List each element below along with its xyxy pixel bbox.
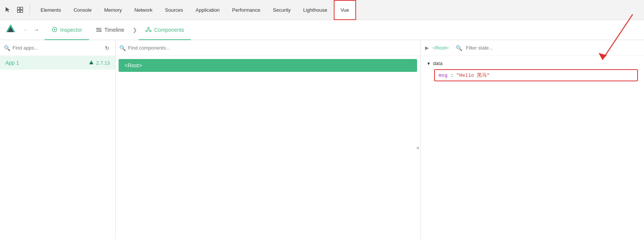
tab-lighthouse[interactable]: Lighthouse (297, 0, 334, 20)
state-content: ▼ data msg : "Hello 黑马" (420, 56, 644, 86)
svg-rect-13 (100, 31, 101, 32)
svg-point-7 (54, 29, 55, 30)
data-section: ▼ data msg : "Hello 黑马" (427, 61, 638, 81)
vue-mini-logo (88, 60, 94, 66)
tab-performance[interactable]: Performance (226, 0, 267, 20)
component-search-input[interactable] (128, 45, 416, 51)
app-list-item[interactable]: App 1 2.7.13 (0, 56, 115, 70)
devtools-icons (3, 5, 30, 15)
data-key-label: msg (439, 73, 447, 78)
forward-button[interactable]: → (31, 25, 42, 35)
layers-icon[interactable] (15, 5, 25, 15)
subtab-timeline-label: Timeline (105, 27, 124, 33)
vue-logo-icon (4, 23, 17, 37)
svg-rect-11 (97, 28, 98, 29)
data-value-label: "Hello 黑马" (456, 73, 489, 78)
state-root-label: <Root> (433, 45, 449, 51)
svg-rect-3 (20, 10, 23, 12)
state-header: ▶ <Root> 🔍 (420, 40, 644, 56)
svg-rect-2 (17, 10, 20, 12)
subtab-timeline[interactable]: Timeline (89, 20, 131, 40)
tab-sources[interactable]: Sources (159, 0, 190, 20)
app-version: 2.7.13 (88, 60, 110, 66)
forward-icon: → (33, 26, 39, 33)
inspector-icon (52, 26, 58, 34)
app-search-input[interactable] (13, 45, 101, 51)
timeline-icon (96, 26, 102, 34)
svg-point-16 (150, 30, 151, 32)
tab-network[interactable]: Network (128, 0, 159, 20)
refresh-button[interactable]: ↻ (103, 44, 111, 52)
panel-collapse-handle[interactable]: ◀ (415, 140, 420, 155)
svg-rect-12 (99, 29, 100, 31)
data-colon: : (450, 73, 453, 78)
subtab-components[interactable]: Components (139, 20, 191, 40)
state-panel: ▶ <Root> 🔍 ▼ data msg : "Hello 黑马" (420, 40, 644, 239)
app-panel: 🔍 ↻ App 1 2.7.13 (0, 40, 116, 239)
tab-memory[interactable]: Memory (98, 0, 128, 20)
svg-point-14 (148, 27, 149, 29)
collapse-arrow-icon: ◀ (416, 146, 419, 150)
cursor-icon[interactable] (3, 5, 13, 15)
app-search-bar: 🔍 ↻ (0, 40, 115, 56)
svg-rect-0 (17, 7, 20, 9)
root-component-label: <Root> (125, 62, 142, 68)
data-msg-row[interactable]: msg : "Hello 黑马" (434, 69, 638, 81)
components-panel: 🔍 <Root> ◀ (116, 40, 420, 239)
data-section-label: data (433, 61, 442, 66)
collapse-triangle-icon: ▼ (427, 61, 431, 66)
tab-vue[interactable]: Vue (334, 0, 356, 20)
main-content: 🔍 ↻ App 1 2.7.13 🔍 <Root> (0, 40, 644, 239)
app-name-label: App 1 (5, 60, 19, 66)
subtab-inspector-label: Inspector (60, 27, 82, 33)
tab-security[interactable]: Security (267, 0, 297, 20)
subtab-components-label: Components (154, 27, 184, 33)
chevron-separator: ❯ (131, 27, 139, 33)
component-search-bar: 🔍 (116, 40, 420, 56)
subtab-inspector[interactable]: Inspector (45, 20, 89, 40)
svg-line-19 (148, 30, 150, 30)
component-list: <Root> ◀ (116, 56, 420, 239)
back-icon: ← (23, 26, 29, 33)
top-tab-bar: Elements Console Memory Network Sources … (0, 0, 644, 20)
svg-rect-1 (20, 7, 23, 9)
refresh-icon: ↻ (105, 45, 109, 51)
state-filter-icon: 🔍 (456, 45, 462, 51)
root-component-item[interactable]: <Root> (119, 59, 417, 72)
components-icon (145, 26, 152, 34)
app-version-number: 2.7.13 (96, 60, 110, 66)
data-section-header: ▼ data (427, 61, 638, 66)
state-filter-input[interactable] (466, 45, 639, 51)
component-search-icon: 🔍 (119, 45, 126, 51)
svg-line-18 (147, 30, 148, 30)
vue-devtools-sub-tabs: ← → Inspector Timeline ❯ (0, 20, 644, 40)
svg-point-15 (146, 30, 147, 32)
back-button[interactable]: ← (20, 25, 31, 35)
tab-elements[interactable]: Elements (34, 0, 67, 20)
tab-application[interactable]: Application (189, 0, 226, 20)
app-search-icon: 🔍 (4, 45, 10, 51)
tab-console[interactable]: Console (67, 0, 98, 20)
